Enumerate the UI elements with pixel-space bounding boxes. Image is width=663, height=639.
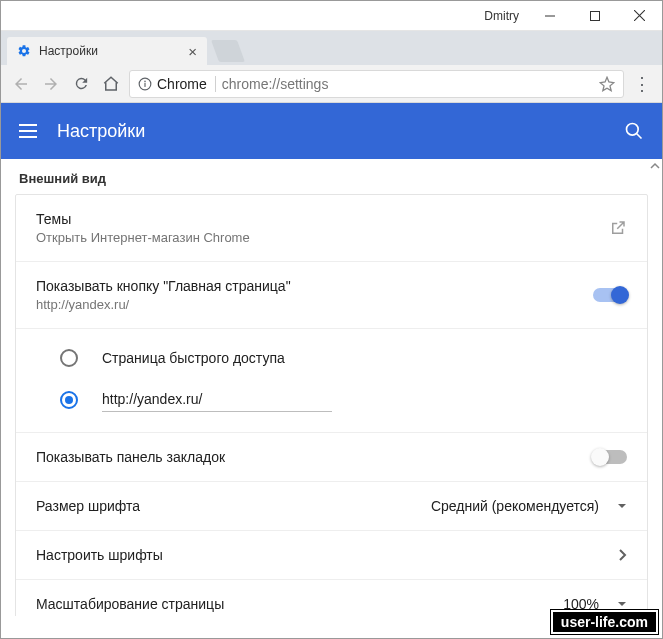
section-appearance-title: Внешний вид [7,159,656,194]
site-info[interactable]: Chrome [138,76,216,92]
themes-sublabel: Открыть Интернет-магазин Chrome [36,230,597,245]
menu-icon[interactable] [19,124,37,138]
font-size-value: Средний (рекомендуется) [431,498,599,514]
customize-fonts-label: Настроить шрифты [36,547,607,563]
browser-menu-button[interactable]: ⋮ [630,79,654,89]
home-button-sublabel: http://yandex.ru/ [36,297,581,312]
svg-point-2 [144,80,146,82]
dropdown-arrow-icon [617,501,627,511]
forward-button[interactable] [39,72,63,96]
bookmarks-bar-toggle[interactable] [593,450,627,464]
back-button[interactable] [9,72,33,96]
url-text: chrome://settings [222,76,329,92]
font-size-row[interactable]: Размер шрифта Средний (рекомендуется) [16,481,647,530]
settings-title: Настройки [57,121,145,142]
radio-custom-url[interactable] [60,377,647,422]
themes-row[interactable]: Темы Открыть Интернет-магазин Chrome [16,195,647,261]
home-page-radio-group: Страница быстрого доступа [16,328,647,432]
scroll-up-indicator[interactable] [650,161,660,171]
home-button-toggle[interactable] [593,288,627,302]
dropdown-arrow-icon [617,599,627,609]
settings-content: Внешний вид Темы Открыть Интернет-магази… [1,159,662,616]
window-minimize-button[interactable] [527,1,572,31]
window-user: Dmitry [484,9,519,23]
watermark: user-life.com [551,610,658,634]
toolbar: Chrome chrome://settings ⋮ [1,65,662,103]
svg-rect-0 [590,11,599,20]
radio-icon [60,349,78,367]
font-size-label: Размер шрифта [36,498,419,514]
settings-header: Настройки [1,103,662,159]
home-button-label: Показывать кнопку "Главная страница" [36,278,581,294]
home-button-row: Показывать кнопку "Главная страница" htt… [16,261,647,328]
settings-search-button[interactable] [624,121,644,141]
radio-quick-access[interactable]: Страница быстрого доступа [60,339,647,377]
external-link-icon [609,219,627,237]
themes-label: Темы [36,211,597,227]
svg-point-4 [627,124,639,136]
address-bar[interactable]: Chrome chrome://settings [129,70,624,98]
gear-icon [17,44,31,58]
svg-rect-3 [144,82,145,86]
custom-url-input[interactable] [102,387,332,412]
radio-icon [60,391,78,409]
new-tab-button[interactable] [211,40,245,62]
window-maximize-button[interactable] [572,1,617,31]
customize-fonts-row[interactable]: Настроить шрифты [16,530,647,579]
appearance-card: Темы Открыть Интернет-магазин Chrome Пок… [15,194,648,616]
page-zoom-label: Масштабирование страницы [36,596,551,612]
browser-tab[interactable]: Настройки × [7,37,207,65]
tab-title: Настройки [39,44,98,58]
reload-button[interactable] [69,72,93,96]
info-icon [138,77,152,91]
chevron-right-icon [619,549,627,561]
tab-bar: Настройки × [1,31,662,65]
home-button[interactable] [99,72,123,96]
tab-close-icon[interactable]: × [188,44,197,59]
bookmarks-bar-label: Показывать панель закладок [36,449,581,465]
bookmarks-bar-row: Показывать панель закладок [16,432,647,481]
radio-quick-access-label: Страница быстрого доступа [102,350,285,366]
bookmark-star-icon[interactable] [599,76,615,92]
window-close-button[interactable] [617,1,662,31]
